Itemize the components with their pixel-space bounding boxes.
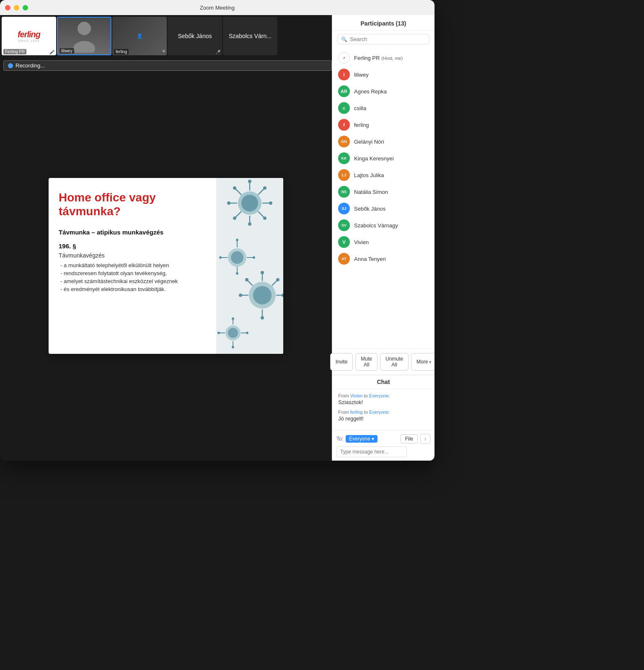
svg-line-16 (235, 211, 241, 217)
video-thumb-name-text: Szabolcs Várn... (229, 33, 272, 39)
participant-item-ferling-pr[interactable]: f Ferling PR (Host, me) (332, 49, 435, 66)
chat-from-name: ferling (350, 410, 363, 415)
svg-point-27 (219, 256, 222, 259)
slide-section-title: Távmunkavégzés (59, 252, 206, 259)
mute-all-button[interactable]: Mute All (355, 353, 378, 371)
svg-point-9 (227, 201, 230, 205)
video-thumb-ferling[interactable]: 👤 ferling 🎤 (112, 17, 167, 55)
avatar-vivien: V (338, 236, 350, 248)
avatar-sebok-janos: SJ (338, 203, 350, 214)
svg-point-13 (233, 186, 236, 190)
avatar-ferling: f (338, 119, 350, 131)
svg-point-7 (248, 222, 251, 226)
slide-section: 196. § (59, 242, 206, 250)
participant-item-vivien[interactable]: V Vivien (332, 234, 435, 250)
participant-item-csilla[interactable]: c csilla (332, 100, 435, 116)
invite-button[interactable]: Invite (330, 353, 353, 371)
video-thumb-ferling-pr[interactable]: ferling ANNO 1993 Ferling PR 🎤 (2, 17, 56, 55)
slide-title: Home office vagy távmunka? (59, 191, 206, 219)
chat-message-text: Sziasztok! (338, 399, 429, 405)
participant-item-szabolcs-varnagy[interactable]: SV Szabolcs Várnagy (332, 217, 435, 234)
svg-point-5 (248, 180, 251, 183)
slide-bullet-1: - a munkáltató telephelyétől elkülönült … (59, 262, 206, 268)
chevron-down-icon: ▾ (372, 436, 374, 442)
maximize-button[interactable] (23, 5, 28, 10)
svg-point-49 (232, 346, 234, 348)
mute-icon: 🎤 (160, 50, 165, 54)
video-thumb-label: ferling (114, 49, 129, 54)
participant-name: csilla (354, 105, 429, 111)
svg-point-29 (253, 256, 255, 259)
slide-subtitle-text: – atipikus munkavégzés (90, 229, 163, 236)
participant-item-agnes-repka[interactable]: AR Agnes Repka (332, 83, 435, 100)
svg-point-35 (261, 316, 264, 320)
search-bar[interactable]: 🔍 (337, 34, 429, 44)
chat-input[interactable] (336, 446, 407, 457)
chat-messages: From Vivien to Everyone: Sziasztok! From… (332, 389, 435, 430)
chat-recipient-button[interactable]: Everyone ▾ (346, 435, 378, 443)
search-input[interactable] (350, 36, 426, 42)
video-area: ferling ANNO 1993 Ferling PR 🎤 liliwey (0, 15, 332, 461)
participant-name: Kinga Keresnyei (354, 155, 429, 162)
video-thumb-szabolcs[interactable]: Szabolcs Várn... (223, 17, 277, 55)
recording-label: Recording... (16, 62, 45, 69)
participant-name: Ferling PR (Host, me) (354, 55, 429, 61)
avatar-gelanyi-nori: GN (338, 136, 350, 147)
chat-message-text: Jó reggelt! (338, 415, 429, 422)
avatar-agnes-repka: AR (338, 85, 350, 97)
slide-subtitle: Távmunka – atipikus munkavégzés (59, 229, 206, 236)
participant-item-ferling[interactable]: f ferling (332, 116, 435, 133)
file-button[interactable]: File (401, 434, 418, 443)
svg-line-12 (235, 189, 241, 195)
participant-name: Lajtos Julika (354, 172, 429, 178)
video-thumb-name-text: Sebők János (178, 33, 212, 39)
svg-point-21 (231, 251, 243, 264)
participant-item-sebok-janos[interactable]: SJ Sebők János (332, 200, 435, 217)
participant-item-lajtos-julika[interactable]: LJ Lajtos Julika (332, 167, 435, 183)
svg-point-25 (236, 272, 238, 275)
svg-point-51 (217, 332, 220, 334)
svg-point-53 (246, 332, 248, 334)
participant-item-kinga-keresnyei[interactable]: KK Kinga Keresnyei (332, 150, 435, 167)
svg-point-3 (241, 195, 258, 211)
unmute-all-button[interactable]: Unmute All (380, 353, 409, 371)
avatar-anna-tenyeri: AT (338, 253, 350, 265)
avatar-liliwey: l (338, 69, 350, 80)
svg-point-19 (263, 216, 266, 220)
chat-input-area: To: Everyone ▾ File › (332, 430, 435, 461)
avatar-szabolcs-varnagy: SV (338, 219, 350, 231)
participant-item-gelanyi-nori[interactable]: GN Gelányi Nóri (332, 133, 435, 150)
chat-to-name: Everyone (369, 410, 388, 415)
send-button[interactable]: › (420, 434, 430, 444)
slide-bullet-2: - rendszeresen folytatott olyan tevékeny… (59, 270, 206, 276)
participant-item-natalia-simon[interactable]: NS Natália Simon (332, 183, 435, 200)
svg-point-17 (233, 216, 236, 220)
svg-point-37 (239, 294, 242, 297)
svg-point-0 (78, 22, 91, 35)
video-thumb-label: liliwey (59, 48, 74, 54)
avatar-csilla: c (338, 102, 350, 114)
participant-item-liliwey[interactable]: l liliwey (332, 66, 435, 83)
video-thumb-sebok[interactable]: Sebők János 🎤 (168, 17, 222, 55)
svg-point-39 (282, 294, 283, 297)
participant-list: f Ferling PR (Host, me) l liliwey AR (332, 48, 435, 348)
participant-item-anna-tenyeri[interactable]: AT Anna Tenyeri (332, 250, 435, 267)
slide-container: Home office vagy távmunka? Távmunka – at… (49, 178, 283, 354)
svg-point-45 (228, 328, 238, 338)
video-thumb-liliwey[interactable]: liliwey (57, 17, 111, 55)
participants-header: Participants (13) (332, 15, 435, 31)
avatar-natalia-simon: NS (338, 186, 350, 198)
svg-line-18 (258, 211, 264, 217)
video-strip: ferling ANNO 1993 Ferling PR 🎤 liliwey (0, 15, 332, 57)
minimize-button[interactable] (14, 5, 19, 10)
chat-to-row: To: Everyone ▾ File › (336, 434, 430, 444)
svg-point-43 (276, 278, 279, 281)
window-title: Zoom Meeting (200, 5, 235, 11)
svg-line-42 (272, 281, 277, 286)
more-button[interactable]: More ▾ (411, 353, 435, 371)
close-button[interactable] (5, 5, 10, 10)
svg-point-47 (232, 317, 234, 320)
window-controls (5, 5, 28, 10)
ferling-logo: ferling (18, 30, 40, 39)
participant-name: Gelányi Nóri (354, 139, 429, 145)
